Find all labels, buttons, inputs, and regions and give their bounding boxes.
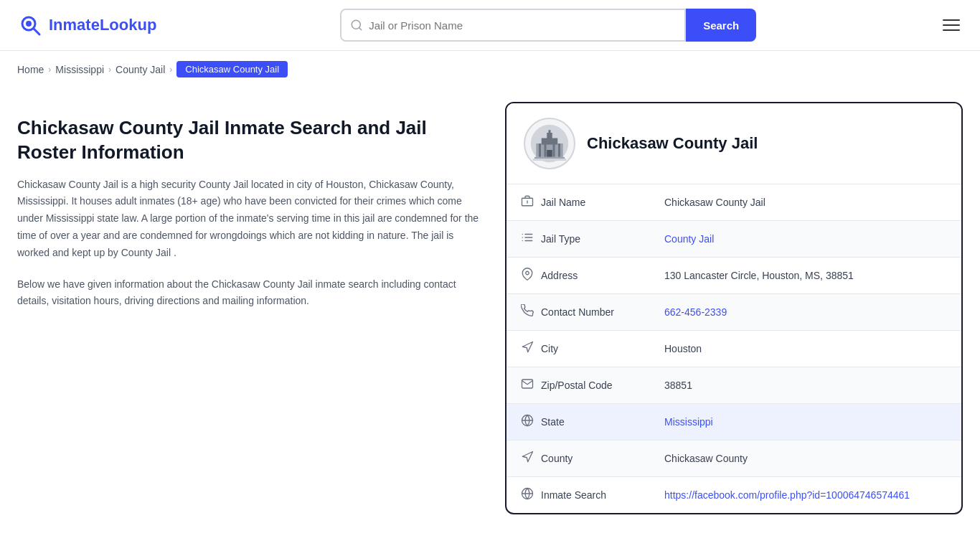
label-cell: County	[507, 441, 650, 477]
search-input[interactable]	[369, 19, 676, 32]
chevron-icon-3: ›	[169, 65, 172, 75]
svg-point-1	[26, 21, 32, 27]
svg-line-2	[34, 29, 39, 34]
county-icon	[521, 451, 534, 466]
menu-line-2	[943, 24, 960, 26]
search-icon	[350, 19, 363, 32]
page-title: Chickasaw County Jail Inmate Search and …	[17, 116, 484, 165]
jail-icon	[521, 194, 534, 210]
info-card: Chickasaw County Jail Jail NameChickasaw…	[505, 102, 963, 514]
svg-rect-14	[547, 150, 552, 157]
info-link[interactable]: Mississippi	[664, 416, 713, 428]
main-content: Chickasaw County Jail Inmate Search and …	[0, 88, 980, 543]
chevron-icon-1: ›	[48, 65, 51, 75]
value-cell[interactable]: County Jail	[650, 221, 961, 258]
logo-text: InmateLookup	[49, 16, 156, 34]
table-row: CityHouston	[507, 331, 961, 367]
address-icon	[521, 268, 534, 283]
logo[interactable]: InmateLookup	[17, 12, 156, 38]
menu-button[interactable]	[940, 17, 963, 34]
value-cell: 38851	[650, 367, 961, 404]
value-cell[interactable]: 662-456-2339	[650, 294, 961, 331]
svg-rect-13	[558, 143, 560, 157]
label-cell: Inmate Search	[507, 477, 650, 514]
table-row: StateMississippi	[507, 404, 961, 441]
label-cell: Contact Number	[507, 294, 650, 331]
breadcrumb: Home › Mississippi › County Jail › Chick…	[0, 51, 980, 88]
svg-rect-10	[539, 143, 541, 157]
svg-rect-12	[553, 143, 555, 157]
table-row: Address130 Lancaster Circle, Houston, MS…	[507, 258, 961, 294]
svg-rect-11	[545, 143, 547, 157]
label-cell: Jail Name	[507, 184, 650, 221]
right-column: Chickasaw County Jail Jail NameChickasaw…	[505, 102, 963, 514]
svg-rect-8	[547, 133, 552, 139]
jail-avatar-image	[528, 122, 571, 165]
page-description-2: Below we have given information about th…	[17, 276, 484, 311]
header: InmateLookup Search	[0, 0, 980, 51]
table-row: Zip/Postal Code38851	[507, 367, 961, 404]
search-area: Search	[340, 9, 756, 42]
label-cell: Zip/Postal Code	[507, 367, 650, 404]
table-row: Contact Number662-456-2339	[507, 294, 961, 331]
value-cell[interactable]: Mississippi	[650, 404, 961, 441]
phone-icon	[521, 304, 534, 320]
svg-marker-29	[522, 452, 532, 462]
svg-line-4	[359, 27, 362, 29]
table-row: CountyChickasaw County	[507, 441, 961, 477]
svg-point-25	[526, 271, 529, 275]
value-cell[interactable]: https://facebook.com/profile.php?id=1000…	[650, 477, 961, 514]
info-link[interactable]: 662-456-2339	[664, 306, 727, 318]
menu-line-1	[943, 19, 960, 21]
breadcrumb-state[interactable]: Mississippi	[55, 64, 104, 75]
card-jail-name: Chickasaw County Jail	[587, 134, 758, 153]
page-description-1: Chickasaw County Jail is a high security…	[17, 176, 484, 262]
breadcrumb-home[interactable]: Home	[17, 64, 44, 75]
search-wrapper	[340, 9, 686, 42]
svg-rect-9	[549, 130, 551, 133]
svg-marker-26	[522, 342, 532, 352]
info-link[interactable]: https://facebook.com/profile.php?id=1000…	[664, 489, 910, 501]
value-cell: Chickasaw County	[650, 441, 961, 477]
city-icon	[521, 341, 534, 357]
svg-rect-16	[533, 159, 567, 161]
jail-avatar	[524, 118, 575, 169]
table-row: Jail TypeCounty Jail	[507, 221, 961, 258]
info-link[interactable]: County Jail	[664, 233, 714, 245]
breadcrumb-type[interactable]: County Jail	[116, 64, 165, 75]
type-icon	[521, 231, 534, 247]
left-column: Chickasaw County Jail Inmate Search and …	[17, 102, 484, 514]
logo-icon	[17, 12, 43, 38]
table-row: Jail NameChickasaw County Jail	[507, 184, 961, 221]
label-cell: State	[507, 404, 650, 441]
chevron-icon-2: ›	[108, 65, 111, 75]
zip-icon	[521, 377, 534, 393]
inmate-icon	[521, 487, 534, 503]
card-header: Chickasaw County Jail	[507, 103, 961, 184]
value-cell: Houston	[650, 331, 961, 367]
table-row: Inmate Searchhttps://facebook.com/profil…	[507, 477, 961, 514]
label-cell: Jail Type	[507, 221, 650, 258]
state-icon	[521, 414, 534, 430]
value-cell: 130 Lancaster Circle, Houston, MS, 38851	[650, 258, 961, 294]
label-cell: Address	[507, 258, 650, 294]
search-button[interactable]: Search	[686, 9, 756, 42]
breadcrumb-active: Chickasaw County Jail	[176, 61, 288, 77]
info-table: Jail NameChickasaw County JailJail TypeC…	[507, 184, 961, 513]
label-cell: City	[507, 331, 650, 367]
menu-line-3	[943, 29, 960, 31]
value-cell: Chickasaw County Jail	[650, 184, 961, 221]
